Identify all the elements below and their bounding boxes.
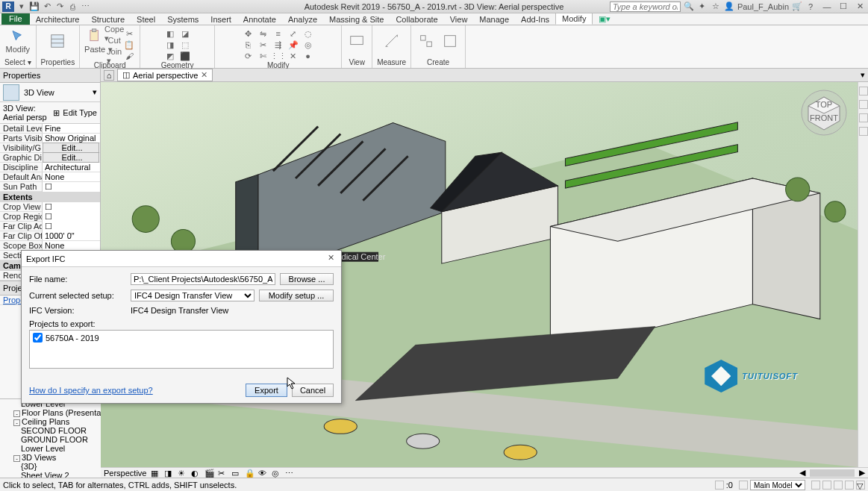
view-tab-active[interactable]: ◫ Aerial perspective ✕ (117, 69, 213, 81)
browse-button[interactable]: Browse ... (280, 273, 334, 285)
qat-undo-icon[interactable]: ↶ (42, 1, 52, 12)
nav-wheel-icon[interactable] (859, 87, 868, 96)
mod-extra-1[interactable]: ◌ (302, 28, 314, 39)
search-icon[interactable]: 🔍 (684, 1, 694, 12)
shadows-icon[interactable]: ◐ (191, 469, 200, 478)
filter-icon[interactable]: ▽ (856, 481, 865, 490)
crop-icon[interactable]: ✂ (218, 469, 227, 478)
viewcube[interactable]: TOP FRONT (801, 90, 847, 136)
tab-addins[interactable]: Add-Ins (515, 14, 555, 25)
offset-icon[interactable]: ⇶ (272, 40, 284, 50)
tab-massing-site[interactable]: Massing & Site (323, 14, 390, 25)
tab-collaborate[interactable]: Collaborate (390, 14, 443, 25)
select-links-icon[interactable] (715, 481, 724, 490)
hscroll-track[interactable] (810, 469, 855, 477)
measure-icon[interactable] (381, 28, 402, 54)
setup-select[interactable]: IFC4 Design Transfer View (131, 290, 255, 301)
geom-icon-4[interactable]: ◪ (179, 28, 191, 39)
sb-icon-2[interactable] (822, 481, 831, 490)
detail-level-icon[interactable]: ▦ (151, 469, 160, 478)
type-selector[interactable]: 3D View ▾ (0, 83, 100, 102)
edit-type-link[interactable]: Edit Type (63, 108, 97, 117)
matchprops-icon[interactable]: ✂ (123, 28, 135, 39)
view-icon[interactable] (346, 28, 367, 54)
align-icon[interactable]: ≡ (272, 28, 284, 39)
help-icon[interactable]: ? (805, 1, 816, 12)
crop-region-icon[interactable]: ▭ (231, 469, 240, 478)
maximize-button[interactable]: ☐ (835, 1, 852, 13)
mod-extra-3[interactable]: ● (302, 51, 314, 61)
project-checkbox-row[interactable]: 56750A - 2019 (33, 333, 330, 343)
copy-icon[interactable]: ⎘ (243, 40, 255, 50)
dialog-titlebar[interactable]: Export IFC ✕ (22, 251, 341, 267)
vc-more-icon[interactable]: ⋯ (285, 469, 294, 478)
project-checkbox[interactable] (33, 333, 43, 343)
tree-item[interactable]: Sheet View 2 (0, 471, 101, 478)
tab-structure[interactable]: Structure (85, 14, 131, 25)
qat-redo-icon[interactable]: ↷ (54, 1, 65, 12)
tree-item[interactable]: SECOND FLOOR (0, 426, 101, 435)
split-icon[interactable]: ✄ (257, 51, 269, 61)
sb-icon-4[interactable] (845, 481, 854, 490)
delete-icon[interactable]: ✕ (287, 51, 299, 61)
nav-pan-icon[interactable] (859, 100, 868, 109)
tree-item[interactable]: GROUND FLOOR (0, 435, 101, 444)
sb-icon-1[interactable] (811, 481, 820, 490)
scale-icon[interactable]: ⤢ (287, 28, 299, 39)
sb-icon-3[interactable] (834, 481, 843, 490)
view-tabs-expand-icon[interactable]: ▾ (861, 70, 865, 80)
render-icon[interactable]: 🎬 (204, 469, 213, 478)
close-button[interactable]: ✕ (852, 1, 868, 13)
rotate-icon[interactable]: ⟳ (243, 51, 255, 61)
qat-save-icon[interactable]: 💾 (29, 1, 40, 12)
file-name-input[interactable] (131, 273, 275, 285)
mirror-icon[interactable]: ⇋ (257, 28, 269, 39)
workset-select[interactable]: Main Model (750, 480, 805, 490)
cancel-button[interactable]: Cancel (292, 384, 334, 397)
qat-more-icon[interactable]: ⋯ (80, 1, 90, 12)
ribbon-play-icon[interactable]: ▣▾ (596, 13, 613, 25)
tree-expand-icon[interactable]: - (13, 455, 20, 462)
geom-icon-6[interactable]: ⬛ (179, 51, 191, 61)
tab-insert[interactable]: Insert (204, 14, 237, 25)
geom-icon-5[interactable]: ⬚ (179, 40, 191, 50)
view-tab-close-icon[interactable]: ✕ (201, 70, 207, 80)
move-icon[interactable]: ✥ (243, 28, 255, 39)
modify-setup-button[interactable]: Modify setup ... (259, 290, 334, 301)
visual-style-icon[interactable]: ◨ (164, 469, 173, 478)
create-icon-2[interactable] (440, 28, 460, 54)
hscroll-left-icon[interactable]: ◀ (799, 468, 805, 478)
signin-icon[interactable]: ☆ (711, 1, 721, 12)
file-tab[interactable]: File (1, 13, 30, 25)
array-icon[interactable]: ⋮⋮ (272, 51, 284, 61)
paste-icon[interactable]: Paste (84, 28, 105, 54)
tree-item[interactable]: -3D Views (0, 453, 101, 462)
trim-icon[interactable]: ✂ (257, 40, 269, 50)
properties-icon[interactable] (47, 28, 68, 54)
tree-item[interactable]: -Ceiling Plans (0, 417, 101, 426)
tab-annotate[interactable]: Annotate (237, 14, 282, 25)
clipboard-small-icon[interactable]: 📋 (123, 40, 135, 50)
edit-type-icon[interactable]: ⊞ (53, 108, 60, 118)
home-view-icon[interactable]: ⌂ (104, 70, 114, 81)
tree-expand-icon[interactable]: - (13, 419, 20, 426)
minimize-button[interactable]: — (819, 1, 835, 13)
tab-systems[interactable]: Systems (161, 14, 204, 25)
tab-manage[interactable]: Manage (473, 14, 515, 25)
appstore-icon[interactable]: 🛒 (792, 1, 802, 12)
geom-icon-1[interactable]: ◧ (164, 28, 176, 39)
brush-icon[interactable]: 🖌 (123, 51, 135, 61)
pin-icon[interactable]: 📌 (287, 40, 299, 50)
nav-orbit-icon[interactable] (859, 127, 868, 136)
tab-architecture[interactable]: Architecture (30, 14, 86, 25)
keyapp-icon[interactable]: ✦ (697, 1, 708, 12)
mod-extra-2[interactable]: ◎ (302, 40, 314, 50)
tab-steel[interactable]: Steel (131, 14, 161, 25)
hscroll-right-icon[interactable]: ▶ (859, 468, 865, 478)
tree-item[interactable]: -Floor Plans (Presentation) (0, 408, 101, 417)
tree-item[interactable]: {3D} (0, 462, 101, 471)
user-icon[interactable]: 👤 (724, 1, 734, 12)
qat-open-icon[interactable]: ▾ (16, 1, 27, 12)
temp-hide-icon[interactable]: 👁 (258, 469, 267, 478)
geom-icon-3[interactable]: ◩ (164, 51, 176, 61)
